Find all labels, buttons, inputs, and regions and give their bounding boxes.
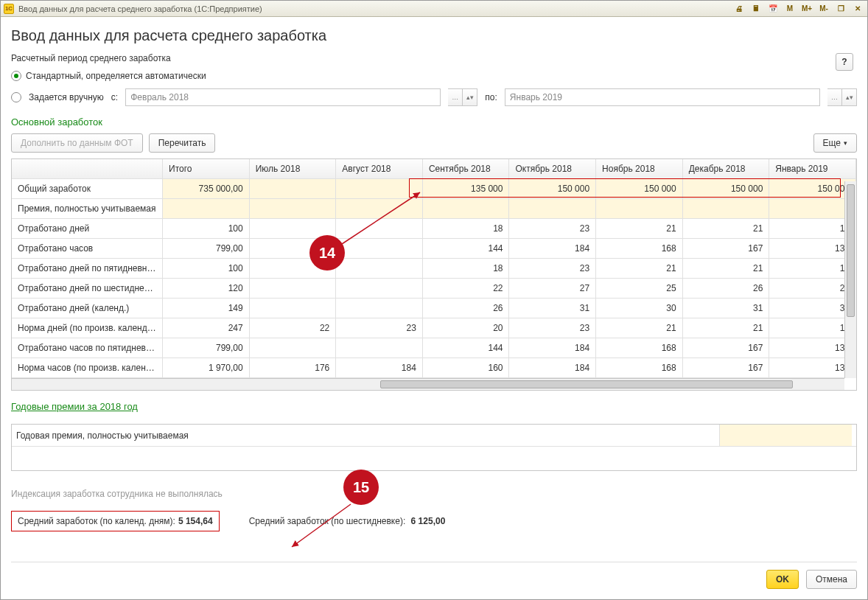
table-cell[interactable]: 184	[336, 358, 423, 378]
ok-button[interactable]: OK	[766, 570, 799, 589]
table-row[interactable]: Отработано дней по пятидневной...1001823…	[12, 259, 856, 279]
table-cell[interactable]: 136	[769, 358, 856, 378]
print-icon[interactable]: 🖨	[732, 3, 746, 15]
table-cell[interactable]: 27	[509, 279, 596, 299]
table-row[interactable]: Премия, полностью учитываемая	[12, 199, 856, 219]
calendar-icon[interactable]: 📅	[766, 3, 780, 15]
table-cell[interactable]: 23	[509, 219, 596, 239]
table-cell[interactable]: 167	[682, 338, 769, 358]
table-cell[interactable]	[249, 179, 336, 199]
more-button[interactable]: Еще ▾	[813, 133, 857, 153]
table-row[interactable]: Отработано дней по шестидневн...12022272…	[12, 279, 856, 299]
table-row[interactable]: Норма дней (по произв. календа...2472223…	[12, 318, 856, 338]
window-restore-icon[interactable]: ❐	[834, 3, 847, 15]
table-cell[interactable]	[336, 199, 423, 219]
help-button[interactable]: ?	[836, 53, 853, 71]
table-cell[interactable]	[682, 199, 769, 219]
col-header[interactable]: Итого	[163, 159, 250, 179]
table-cell[interactable]: 25	[596, 279, 683, 299]
period-to-stepper[interactable]: ▴▾	[842, 88, 857, 106]
table-cell[interactable]	[249, 279, 336, 299]
table-cell[interactable]: 136	[769, 338, 856, 358]
annual-premiums-title[interactable]: Годовые премии за 2018 год	[11, 401, 857, 412]
table-row[interactable]: Отработано дней (календ.)1492631303131	[12, 299, 856, 318]
table-cell[interactable]: 167	[682, 239, 769, 259]
table-cell[interactable]: 150 000	[769, 179, 856, 199]
table-cell[interactable]: 150 000	[596, 179, 683, 199]
table-cell[interactable]	[336, 259, 423, 279]
table-cell[interactable]: 30	[596, 299, 683, 318]
table-cell[interactable]: 31	[769, 299, 856, 318]
table-cell[interactable]: 21	[682, 259, 769, 279]
col-header[interactable]: Август 2018	[336, 159, 423, 179]
col-header[interactable]: Декабрь 2018	[682, 159, 769, 179]
earnings-table[interactable]: ИтогоИюль 2018Август 2018Сентябрь 2018Ок…	[11, 158, 857, 391]
table-cell[interactable]: 20	[422, 318, 509, 338]
table-cell[interactable]: 184	[509, 338, 596, 358]
cancel-button[interactable]: Отмена	[806, 570, 857, 589]
col-header[interactable]: Январь 2019	[769, 159, 856, 179]
table-cell[interactable]: 168	[596, 338, 683, 358]
mem-mminus-button[interactable]: M-	[817, 3, 830, 15]
table-cell[interactable]	[336, 299, 423, 318]
table-cell[interactable]: 799,00	[163, 239, 250, 259]
table-cell[interactable]: 135 000	[422, 179, 509, 199]
table-cell[interactable]: 176	[249, 358, 336, 378]
table-cell[interactable]: 150 000	[509, 179, 596, 199]
col-header[interactable]	[12, 159, 163, 179]
table-cell[interactable]: 31	[509, 299, 596, 318]
table-cell[interactable]: 18	[422, 259, 509, 279]
window-close-icon[interactable]: ✕	[851, 3, 864, 15]
period-auto-radio[interactable]	[11, 71, 21, 81]
table-row[interactable]: Общий заработок735 000,00135 000150 0001…	[12, 179, 856, 199]
table-cell[interactable]: 120	[163, 279, 250, 299]
table-cell[interactable]: 149	[163, 299, 250, 318]
table-cell[interactable]: 17	[769, 259, 856, 279]
table-cell[interactable]	[336, 239, 423, 259]
table-cell[interactable]	[596, 199, 683, 219]
table-cell[interactable]: 247	[163, 318, 250, 338]
period-from-input[interactable]: Февраль 2018	[125, 88, 441, 106]
period-from-picker-button[interactable]: …	[448, 88, 463, 106]
table-cell[interactable]	[336, 279, 423, 299]
table-row[interactable]: Отработано часов799,00144184168167136	[12, 239, 856, 259]
table-cell[interactable]	[422, 199, 509, 219]
col-header[interactable]: Октябрь 2018	[509, 159, 596, 179]
table-cell[interactable]: 18	[422, 219, 509, 239]
horizontal-scrollbar[interactable]	[12, 378, 844, 390]
table-row[interactable]: Норма часов (по произв. календа...1 970,…	[12, 358, 856, 378]
table-cell[interactable]: 20	[769, 279, 856, 299]
table-cell[interactable]: 167	[682, 358, 769, 378]
table-cell[interactable]: 21	[682, 318, 769, 338]
table-cell[interactable]	[163, 199, 250, 219]
vertical-scrollbar[interactable]	[844, 181, 856, 378]
table-cell[interactable]: 168	[596, 358, 683, 378]
table-cell[interactable]: 22	[249, 318, 336, 338]
period-to-input[interactable]: Январь 2019	[505, 88, 820, 106]
table-cell[interactable]: 31	[682, 299, 769, 318]
table-cell[interactable]	[336, 179, 423, 199]
table-cell[interactable]: 144	[422, 338, 509, 358]
table-cell[interactable]	[336, 338, 423, 358]
table-cell[interactable]: 17	[769, 219, 856, 239]
table-cell[interactable]: 160	[422, 358, 509, 378]
table-cell[interactable]: 150 000	[682, 179, 769, 199]
mem-mplus-button[interactable]: M+	[800, 3, 813, 15]
table-cell[interactable]: 184	[509, 358, 596, 378]
period-to-picker-button[interactable]: …	[827, 88, 842, 106]
table-cell[interactable]	[336, 219, 423, 239]
annual-premiums-table[interactable]: Годовая премия, полностью учитываемая	[11, 424, 857, 471]
table-cell[interactable]: 26	[422, 299, 509, 318]
table-cell[interactable]: 23	[509, 259, 596, 279]
fill-from-fot-button[interactable]: Дополнить по данным ФОТ	[11, 133, 143, 153]
annual-value-cell[interactable]	[719, 425, 852, 446]
table-cell[interactable]: 735 000,00	[163, 179, 250, 199]
table-cell[interactable]: 799,00	[163, 338, 250, 358]
table-cell[interactable]: 1 970,00	[163, 358, 250, 378]
table-row[interactable]: Отработано дней1001823212117	[12, 219, 856, 239]
table-cell[interactable]: 168	[596, 239, 683, 259]
table-cell[interactable]	[249, 338, 336, 358]
table-cell[interactable]: 100	[163, 259, 250, 279]
table-cell[interactable]: 22	[422, 279, 509, 299]
period-from-stepper[interactable]: ▴▾	[463, 88, 477, 106]
